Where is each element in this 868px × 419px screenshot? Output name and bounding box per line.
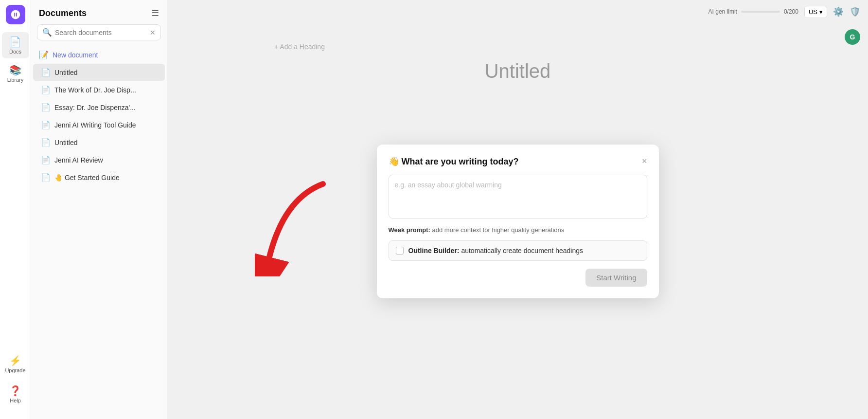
brand-logo — [6, 5, 25, 24]
doc-file-icon: 📄 — [41, 173, 51, 182]
docs-icon: 📄 — [9, 36, 21, 48]
list-item[interactable]: 📄 Essay: Dr. Joe Dispenza'... — [33, 99, 165, 116]
ai-gen-bar-container — [741, 11, 780, 13]
language-selector[interactable]: US ▾ — [804, 6, 827, 18]
docs-menu-icon[interactable]: ☰ — [151, 8, 159, 18]
outline-builder-row[interactable]: Outline Builder: automatically create do… — [389, 240, 647, 261]
outline-builder-checkbox[interactable] — [396, 247, 404, 255]
doc-name: The Work of Dr. Joe Disp... — [54, 86, 136, 94]
new-document-button[interactable]: 📝 New document — [31, 46, 167, 63]
ai-gen-count: 0/200 — [784, 8, 798, 15]
sidebar-item-docs-label: Docs — [9, 49, 21, 55]
doc-name: Essay: Dr. Joe Dispenza'... — [54, 104, 136, 111]
ai-gen-limit: AI gen limit 0/200 — [709, 8, 798, 15]
icon-sidebar: 📄 Docs 📚 Library ⚡ Upgrade ❓ Help — [0, 0, 31, 419]
document-list: 📝 New document 📄 Untitled 📄 The Work of … — [31, 46, 167, 419]
doc-file-icon: 📄 — [41, 155, 51, 164]
chevron-down-icon: ▾ — [819, 8, 823, 16]
document-area: G + Add a Heading Untitled — [167, 23, 868, 419]
weak-prompt-hint: Weak prompt: add more context for higher… — [389, 226, 647, 234]
list-item[interactable]: 📄 The Work of Dr. Joe Disp... — [33, 81, 165, 98]
weak-prompt-hint-text: add more context for higher quality gene… — [432, 226, 565, 234]
outline-builder-key: Outline Builder: — [408, 247, 460, 255]
docs-panel-title: Documents — [39, 8, 87, 18]
search-clear-icon[interactable]: ✕ — [150, 29, 156, 36]
top-bar: AI gen limit 0/200 US ▾ ⚙️ 🛡️ — [167, 0, 868, 23]
modal-footer: Start Writing — [389, 269, 647, 287]
doc-file-icon: 📄 — [41, 138, 51, 147]
doc-name: Untitled — [54, 69, 77, 76]
writing-modal: 👋 What are you writing today? × Weak pro… — [377, 145, 659, 298]
sidebar-item-upgrade[interactable]: ⚡ Upgrade — [2, 351, 29, 377]
modal-title: 👋 What are you writing today? — [389, 156, 519, 167]
doc-name: Jenni AI Review — [54, 156, 103, 164]
search-bar[interactable]: 🔍 ✕ — [37, 24, 161, 40]
sidebar-item-library[interactable]: 📚 Library — [2, 60, 29, 87]
upgrade-icon: ⚡ — [9, 355, 21, 366]
weak-prompt-label: Weak prompt: — [389, 226, 430, 234]
list-item[interactable]: 📄 Jenni AI Review — [33, 151, 165, 168]
modal-close-button[interactable]: × — [642, 156, 647, 166]
library-icon: 📚 — [9, 64, 21, 76]
doc-file-icon: 📄 — [41, 120, 51, 129]
help-icon: ❓ — [9, 385, 21, 397]
list-item[interactable]: 📄 Untitled — [33, 64, 165, 81]
modal-header: 👋 What are you writing today? × — [389, 156, 647, 167]
doc-file-icon: 📄 — [41, 68, 51, 77]
main-content: AI gen limit 0/200 US ▾ ⚙️ 🛡️ G + Add a … — [167, 0, 868, 419]
outline-builder-hint: automatically create document headings — [461, 247, 583, 255]
doc-name: Untitled — [54, 139, 77, 146]
outline-builder-label: Outline Builder: automatically create do… — [408, 247, 583, 255]
doc-name: Jenni AI Writing Tool Guide — [54, 121, 136, 129]
doc-file-icon: 📄 — [41, 103, 51, 112]
new-document-label: New document — [53, 51, 98, 59]
language-label: US — [809, 8, 817, 16]
arrow-annotation — [255, 179, 333, 278]
search-icon: 🔍 — [42, 28, 52, 37]
start-writing-button[interactable]: Start Writing — [585, 269, 647, 287]
modal-overlay: 👋 What are you writing today? × Weak pro… — [167, 23, 868, 419]
list-item[interactable]: 📄 🤚 Get Started Guide — [33, 169, 165, 186]
doc-file-icon: 📄 — [41, 85, 51, 94]
list-item[interactable]: 📄 Jenni AI Writing Tool Guide — [33, 116, 165, 133]
sidebar-item-help[interactable]: ❓ Help — [2, 381, 29, 407]
shield-icon[interactable]: 🛡️ — [850, 6, 860, 17]
doc-name: 🤚 Get Started Guide — [54, 174, 120, 182]
sidebar-item-upgrade-label: Upgrade — [5, 367, 25, 373]
search-input[interactable] — [55, 29, 147, 36]
sidebar-item-help-label: Help — [10, 398, 21, 403]
sidebar-item-library-label: Library — [7, 77, 24, 83]
ai-gen-limit-label: AI gen limit — [709, 8, 737, 15]
writing-topic-input[interactable] — [389, 175, 647, 219]
new-doc-icon: 📝 — [39, 50, 49, 59]
docs-panel-header: Documents ☰ — [31, 8, 167, 24]
sidebar-item-docs[interactable]: 📄 Docs — [2, 32, 29, 58]
list-item[interactable]: 📄 Untitled — [33, 134, 165, 151]
settings-icon[interactable]: ⚙️ — [833, 6, 844, 17]
documents-panel: Documents ☰ 🔍 ✕ 📝 New document 📄 Untitle… — [31, 0, 167, 419]
